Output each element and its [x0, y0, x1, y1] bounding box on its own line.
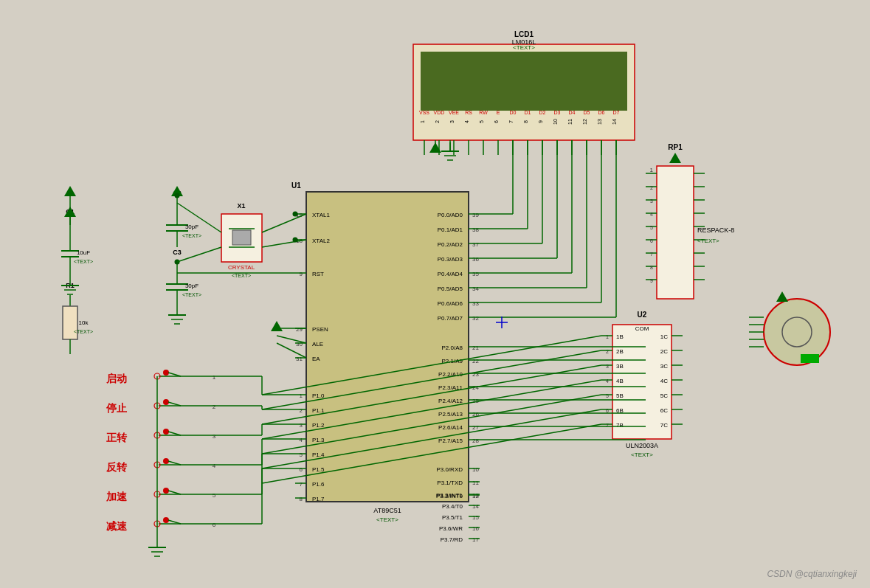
watermark: CSDN @cqtianxingkeji	[767, 569, 857, 579]
schematic-canvas	[0, 0, 870, 588]
